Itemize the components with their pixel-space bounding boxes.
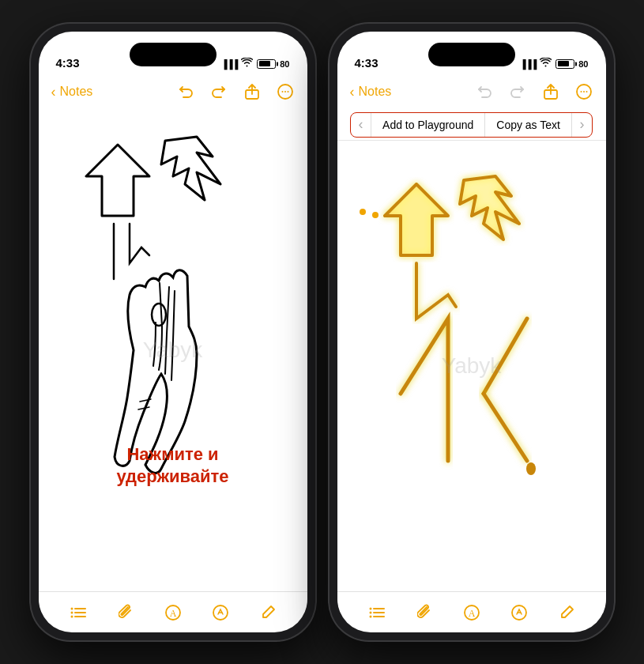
list-icon[interactable]	[66, 600, 91, 625]
svg-point-3	[284, 91, 286, 92]
redo-icon[interactable]	[209, 82, 228, 101]
back-button-left[interactable]: ‹ Notes	[51, 84, 93, 100]
context-menu-container: ‹ Add to Playground Copy as Text ›	[337, 109, 606, 141]
undo-icon-right[interactable]	[475, 82, 494, 101]
nav-bar-right: ‹ Notes	[337, 74, 606, 141]
battery-label: 80	[280, 59, 289, 69]
back-chevron-right: ‹	[350, 84, 355, 100]
undo-icon[interactable]	[176, 82, 195, 101]
share-icon[interactable]	[243, 82, 262, 101]
back-label-left: Notes	[60, 85, 93, 99]
svg-text:A: A	[468, 608, 475, 619]
status-icons-right: ▐▐▐ 80	[520, 58, 589, 70]
back-label-right: Notes	[359, 85, 392, 99]
left-screen: 4:33 ▐▐▐ 80 ‹	[39, 32, 307, 632]
context-prev-arrow[interactable]: ‹	[351, 113, 371, 137]
share-icon-right[interactable]	[541, 82, 560, 101]
highlight-drawing	[337, 141, 606, 591]
status-time-right: 4:33	[355, 56, 378, 70]
svg-point-19	[586, 91, 587, 92]
more-icon[interactable]	[276, 82, 295, 101]
wifi-icon-right	[540, 58, 552, 70]
compose-icon[interactable]	[255, 600, 281, 625]
svg-point-8	[70, 615, 73, 617]
context-next-arrow[interactable]: ›	[571, 113, 592, 137]
signal-icon: ▐▐▐	[221, 59, 237, 69]
nav-icons-right	[475, 82, 593, 101]
signal-icon-right: ▐▐▐	[520, 59, 536, 69]
list-icon-right[interactable]	[364, 600, 390, 625]
dynamic-island	[130, 43, 217, 66]
hand-drawing	[39, 109, 307, 591]
svg-point-6	[70, 607, 73, 609]
battery-icon	[257, 59, 276, 69]
svg-point-23	[369, 615, 371, 617]
paperclip-icon[interactable]	[113, 600, 138, 625]
lasso-dot-2	[372, 212, 378, 218]
nav-icons-left	[176, 82, 295, 101]
svg-point-5	[152, 304, 166, 326]
press-text: Нажмите иудерживайте	[116, 443, 228, 489]
lasso-dot-1	[360, 209, 366, 215]
pencil-icon-right[interactable]	[507, 600, 532, 625]
dynamic-island-right	[428, 43, 515, 66]
svg-point-7	[70, 611, 73, 613]
font-icon-right[interactable]: A	[459, 600, 484, 625]
status-icons: ▐▐▐ 80	[221, 58, 290, 70]
paperclip-icon-right[interactable]	[412, 600, 437, 625]
status-time: 4:33	[56, 56, 80, 70]
back-chevron-left: ‹	[51, 84, 56, 100]
compose-icon-right[interactable]	[554, 600, 579, 625]
nav-bar-left: ‹ Notes	[39, 74, 307, 109]
svg-point-21	[369, 607, 371, 609]
context-menu-bar: ‹ Add to Playground Copy as Text ›	[350, 112, 593, 138]
right-phone: 4:33 ▐▐▐ 80	[330, 24, 614, 640]
battery-icon-right	[555, 59, 574, 69]
battery-label-right: 80	[578, 59, 588, 69]
wifi-icon	[241, 58, 253, 70]
more-icon-right[interactable]	[574, 82, 593, 101]
left-phone: 4:33 ▐▐▐ 80 ‹	[31, 24, 315, 640]
redo-icon-right[interactable]	[508, 82, 527, 101]
font-icon[interactable]: A	[160, 600, 186, 625]
svg-point-4	[287, 91, 288, 92]
bottom-toolbar-left: A	[39, 591, 307, 632]
pencil-icon[interactable]	[208, 600, 233, 625]
bottom-toolbar-right: A	[337, 591, 606, 632]
context-add-playground[interactable]: Add to Playground	[371, 113, 485, 137]
right-screen: 4:33 ▐▐▐ 80	[337, 32, 606, 632]
back-button-right[interactable]: ‹ Notes	[350, 84, 392, 100]
svg-point-17	[580, 91, 582, 92]
svg-point-2	[281, 91, 283, 92]
svg-point-20	[526, 462, 536, 475]
svg-point-22	[369, 611, 371, 613]
context-copy-text[interactable]: Copy as Text	[485, 113, 571, 137]
svg-text:A: A	[169, 608, 176, 619]
left-content: Yabyk	[39, 109, 307, 591]
right-content: Yabyk	[337, 141, 606, 591]
svg-point-18	[583, 91, 585, 92]
